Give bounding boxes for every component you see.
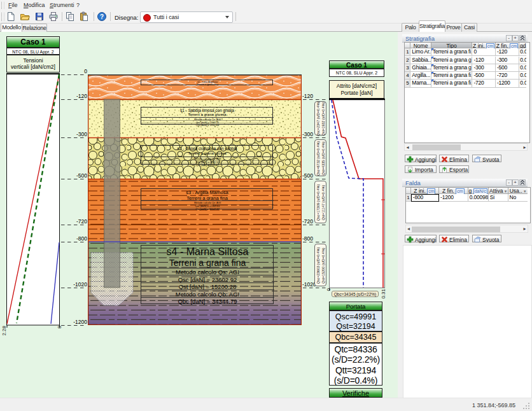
svg-text:?: ? [100, 13, 104, 20]
